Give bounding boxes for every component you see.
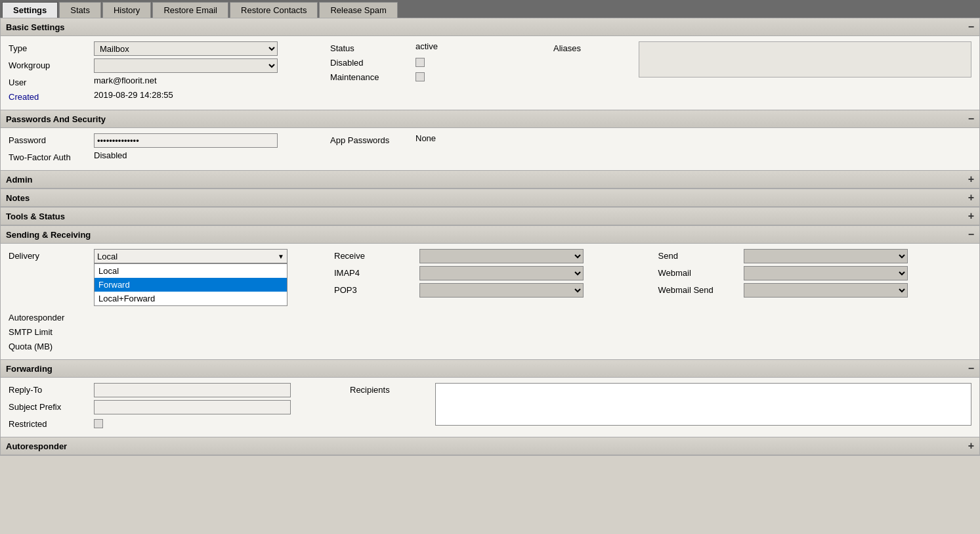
delivery-dropdown[interactable]: Local ▼ Local Forward Local+Forward <box>94 249 288 263</box>
tab-restore-email[interactable]: Restore Email <box>152 2 228 18</box>
aliases-row: Aliases <box>553 41 971 78</box>
delivery-row: Delivery Local ▼ Local Forward Local+For… <box>9 249 324 263</box>
password-row: Password <box>9 133 324 148</box>
user-value: mark@floorit.net <box>94 76 157 85</box>
tab-release-spam[interactable]: Release Spam <box>319 2 397 18</box>
sr-left-col: Delivery Local ▼ Local Forward Local+For… <box>9 249 324 354</box>
type-select[interactable]: Mailbox <box>94 41 278 56</box>
sending-receiving-title: Sending & Receiving <box>6 230 91 240</box>
autoresponder-header[interactable]: Autoresponder + <box>1 437 979 455</box>
smtp-limit-label: SMTP Limit <box>9 325 94 337</box>
restricted-label: Restricted <box>9 417 94 429</box>
created-value: 2019-08-29 14:28:55 <box>94 90 173 100</box>
tab-restore-contacts[interactable]: Restore Contacts <box>230 2 318 18</box>
passwords-toggle[interactable]: − <box>968 113 974 125</box>
tools-title: Tools & Status <box>6 211 65 221</box>
sending-receiving-body: Delivery Local ▼ Local Forward Local+For… <box>1 244 979 359</box>
sr-right-col: Send Webmail Webmail Send <box>653 249 972 354</box>
webmail-row: Webmail <box>658 266 972 280</box>
workgroup-select[interactable] <box>94 58 278 73</box>
reply-to-input[interactable] <box>94 383 291 397</box>
webmail-select[interactable] <box>744 266 908 280</box>
autoresponder-section: Autoresponder + <box>0 437 980 456</box>
restricted-row: Restricted <box>9 417 350 429</box>
notes-header[interactable]: Notes + <box>1 189 979 207</box>
app-passwords-label: App Passwords <box>330 133 415 145</box>
aliases-textarea[interactable] <box>639 41 971 78</box>
recipients-label: Recipients <box>350 383 435 395</box>
webmail-send-select[interactable] <box>744 283 908 298</box>
status-label: Status <box>330 41 415 53</box>
recipients-textarea[interactable] <box>435 383 971 426</box>
admin-header[interactable]: Admin + <box>1 171 979 189</box>
admin-toggle[interactable]: + <box>968 173 974 185</box>
sending-receiving-toggle[interactable]: − <box>968 229 974 240</box>
delivery-current: Local <box>97 252 117 261</box>
webmail-send-row: Webmail Send <box>658 283 972 298</box>
forwarding-header[interactable]: Forwarding − <box>1 360 979 378</box>
basic-settings-header[interactable]: Basic Settings − <box>1 18 979 36</box>
quota-label: Quota (MB) <box>9 340 94 351</box>
type-row: Type Mailbox <box>9 41 324 56</box>
notes-toggle[interactable]: + <box>968 192 974 204</box>
sending-receiving-section: Sending & Receiving − Delivery Local ▼ <box>0 226 980 360</box>
send-row: Send <box>658 249 972 263</box>
fwd-right: Recipients <box>350 383 971 432</box>
forwarding-toggle[interactable]: − <box>968 363 974 374</box>
sending-receiving-header[interactable]: Sending & Receiving − <box>1 226 979 244</box>
two-factor-label: Two-Factor Auth <box>9 150 94 162</box>
main-content: Basic Settings − Type Mailbox Workgroup <box>0 18 980 456</box>
passwords-title: Passwords And Security <box>6 114 106 124</box>
user-label: User <box>9 76 94 87</box>
autoresponder-label: Autoresponder <box>9 311 94 323</box>
workgroup-row: Workgroup <box>9 58 324 73</box>
tab-stats[interactable]: Stats <box>59 2 101 18</box>
webmail-label: Webmail <box>658 266 744 278</box>
delivery-trigger[interactable]: Local ▼ <box>94 249 288 263</box>
autoresponder-toggle[interactable]: + <box>968 440 974 452</box>
forwarding-title: Forwarding <box>6 364 53 374</box>
disabled-row: Disabled <box>330 56 547 68</box>
admin-title: Admin <box>6 175 32 185</box>
basic-settings-body: Type Mailbox Workgroup User mark@floorit… <box>1 36 979 110</box>
subject-prefix-row: Subject Prefix <box>9 400 350 414</box>
autoresponder-title: Autoresponder <box>6 441 67 451</box>
basic-left-col: Type Mailbox Workgroup User mark@floorit… <box>9 41 324 104</box>
receive-select[interactable] <box>419 249 584 263</box>
basic-settings-toggle[interactable]: − <box>968 21 974 33</box>
pop3-label: POP3 <box>334 283 419 295</box>
restricted-checkbox[interactable] <box>94 419 103 428</box>
receive-row: Receive <box>334 249 648 263</box>
app-passwords-value: None <box>415 133 436 143</box>
maintenance-checkbox[interactable] <box>415 72 425 81</box>
pop3-select[interactable] <box>419 283 584 298</box>
type-label: Type <box>9 41 94 53</box>
subject-prefix-input[interactable] <box>94 400 291 414</box>
created-label: Created <box>9 90 94 102</box>
send-select[interactable] <box>744 249 908 263</box>
sr-mid-col: Receive IMAP4 POP3 <box>329 249 648 354</box>
imap4-select[interactable] <box>419 266 584 280</box>
notes-title: Notes <box>6 193 30 203</box>
reply-to-label: Reply-To <box>9 383 94 395</box>
created-row: Created 2019-08-29 14:28:55 <box>9 90 324 102</box>
tools-header[interactable]: Tools & Status + <box>1 208 979 225</box>
tab-history[interactable]: History <box>102 2 151 18</box>
forwarding-section: Forwarding − Reply-To Subject Prefix Res… <box>0 360 980 437</box>
tab-settings[interactable]: Settings <box>2 2 58 18</box>
workgroup-label: Workgroup <box>9 58 94 70</box>
aliases-label: Aliases <box>553 41 639 53</box>
status-value: active <box>415 41 438 51</box>
delivery-label: Delivery <box>9 249 94 261</box>
delivery-option-forward[interactable]: Forward <box>95 278 287 292</box>
basic-settings-section: Basic Settings − Type Mailbox Workgroup <box>0 18 980 110</box>
password-input[interactable] <box>94 133 278 148</box>
tools-toggle[interactable]: + <box>968 210 974 222</box>
passwords-header[interactable]: Passwords And Security − <box>1 110 979 128</box>
two-factor-value: Disabled <box>94 150 127 160</box>
receive-label: Receive <box>334 249 419 261</box>
maintenance-row: Maintenance <box>330 70 547 82</box>
disabled-checkbox[interactable] <box>415 58 425 67</box>
delivery-option-local-forward[interactable]: Local+Forward <box>95 292 287 305</box>
delivery-option-local[interactable]: Local <box>95 264 287 278</box>
